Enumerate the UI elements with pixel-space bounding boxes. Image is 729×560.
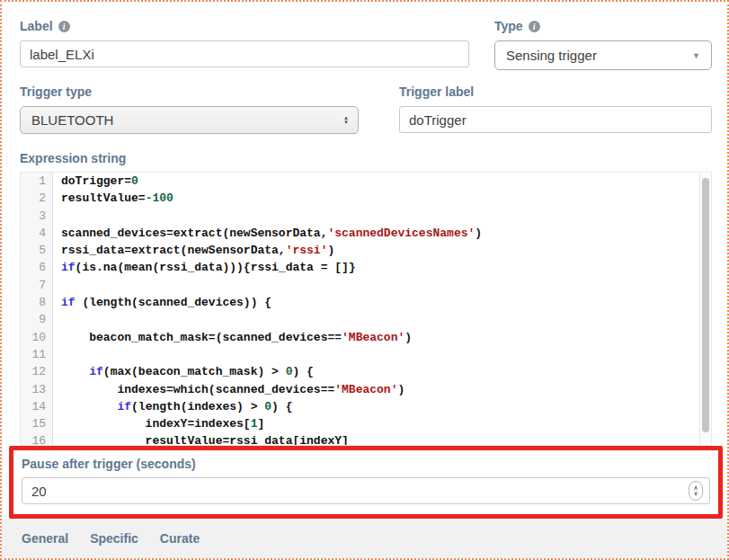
type-field-label-text: Type bbox=[494, 19, 523, 33]
code-text: if(is.na(mean(rssi_data))){rssi_data = [… bbox=[53, 259, 356, 276]
code-text: if(length(indexes) > 0) { bbox=[53, 398, 292, 415]
code-text: resultValue=-100 bbox=[53, 190, 173, 207]
line-number: 16 bbox=[21, 432, 53, 446]
code-line: 9 bbox=[21, 311, 711, 328]
info-icon[interactable]: i bbox=[58, 21, 70, 32]
code-line: 7 bbox=[21, 277, 711, 294]
info-icon[interactable]: i bbox=[529, 21, 540, 32]
line-number: 6 bbox=[21, 259, 53, 276]
code-line: 13 indexes=which(scanned_devices=='MBeac… bbox=[21, 381, 711, 398]
code-line: 4scanned_devices=extract(newSensorData,'… bbox=[21, 225, 711, 242]
code-line: 16 resultValue=rssi_data[indexY] bbox=[21, 432, 711, 446]
code-text: indexY=indexes[1] bbox=[53, 415, 264, 432]
expression-label: Expression string bbox=[20, 151, 712, 165]
code-line: 15 indexY=indexes[1] bbox=[21, 415, 711, 432]
line-number: 1 bbox=[21, 173, 53, 190]
type-field-label: Type i bbox=[494, 19, 712, 33]
line-number: 2 bbox=[21, 190, 53, 207]
code-line: 2resultValue=-100 bbox=[21, 190, 711, 207]
code-text bbox=[53, 208, 68, 225]
line-number: 10 bbox=[21, 329, 53, 346]
label-field-label: Label i bbox=[20, 19, 469, 33]
code-line: 5rssi_data=extract(newSensorData,'rssi') bbox=[21, 242, 711, 259]
line-number: 15 bbox=[21, 415, 53, 432]
expression-label-text: Expression string bbox=[20, 151, 126, 165]
pause-input-wrap: ∧ ∨ bbox=[22, 477, 710, 504]
label-input[interactable] bbox=[20, 40, 469, 67]
code-text bbox=[53, 277, 68, 294]
line-number: 8 bbox=[21, 294, 53, 311]
code-text: indexes=which(scanned_devices=='MBeacon'… bbox=[53, 381, 405, 398]
trigger-label-label-text: Trigger label bbox=[399, 84, 474, 99]
trigger-label-label: Trigger label bbox=[399, 84, 712, 99]
tab-curate[interactable]: Curate bbox=[160, 531, 200, 546]
line-number: 13 bbox=[21, 381, 53, 398]
code-line: 6if(is.na(mean(rssi_data))){rssi_data = … bbox=[21, 259, 711, 276]
type-field-group: Type i Sensing trigger ▼ bbox=[494, 19, 712, 70]
pause-field-label-text: Pause after trigger (seconds) bbox=[22, 457, 196, 471]
tab-specific[interactable]: Specific bbox=[90, 531, 138, 546]
line-number: 5 bbox=[21, 242, 53, 259]
trigger-type-select-value: BLUETOOTH bbox=[31, 112, 113, 128]
editor-scrollbar[interactable] bbox=[699, 173, 711, 444]
trigger-type-field-group: Trigger type BLUETOOTH ▲▼ bbox=[20, 84, 359, 134]
chevron-down-icon: ▼ bbox=[692, 51, 700, 60]
trigger-type-label: Trigger type bbox=[20, 84, 359, 99]
tab-general[interactable]: General bbox=[22, 531, 68, 546]
trigger-label-input[interactable] bbox=[399, 106, 712, 133]
label-field-label-text: Label bbox=[20, 19, 53, 33]
code-text: resultValue=rssi_data[indexY] bbox=[53, 432, 349, 446]
pause-input[interactable] bbox=[22, 477, 710, 504]
code-line: 12 if(max(beacon_match_mask) > 0) { bbox=[21, 363, 711, 380]
number-stepper[interactable]: ∧ ∨ bbox=[689, 481, 703, 501]
trigger-type-select[interactable]: BLUETOOTH ▲▼ bbox=[20, 106, 359, 134]
line-number: 4 bbox=[21, 225, 53, 242]
trigger-type-label-text: Trigger type bbox=[20, 84, 92, 99]
stepper-down-icon[interactable]: ∨ bbox=[693, 491, 698, 496]
code-text: scanned_devices=extract(newSensorData,'s… bbox=[53, 225, 482, 242]
footer-tabs: General Specific Curate bbox=[2, 519, 727, 558]
line-number: 11 bbox=[21, 346, 53, 363]
code-text: if (length(scanned_devices)) { bbox=[53, 294, 271, 311]
code-line: 8if (length(scanned_devices)) { bbox=[21, 294, 711, 311]
code-text bbox=[53, 346, 68, 363]
expression-section: Expression string 1doTrigger=02resultVal… bbox=[20, 151, 712, 446]
line-number: 3 bbox=[21, 208, 53, 225]
expression-editor[interactable]: 1doTrigger=02resultValue=-1003 4scanned_… bbox=[20, 172, 712, 446]
code-text bbox=[53, 311, 68, 328]
code-text: rssi_data=extract(newSensorData,'rssi') bbox=[53, 242, 334, 259]
pause-field-highlight: Pause after trigger (seconds) ∧ ∨ bbox=[9, 446, 723, 519]
code-text: if(max(beacon_match_mask) > 0) { bbox=[53, 363, 314, 380]
code-line: 14 if(length(indexes) > 0) { bbox=[21, 398, 711, 415]
form-panel: Label i Type i Sensing trigger ▼ Trigger… bbox=[2, 2, 727, 519]
editor-scrollbar-thumb[interactable] bbox=[702, 178, 709, 432]
line-number: 9 bbox=[21, 311, 53, 328]
code-line: 10 beacon_match_mask=(scanned_devices=='… bbox=[21, 329, 711, 346]
trigger-label-field-group: Trigger label bbox=[399, 84, 712, 134]
line-number: 12 bbox=[21, 363, 53, 380]
type-select[interactable]: Sensing trigger ▼ bbox=[494, 40, 712, 70]
updown-arrows-icon: ▲▼ bbox=[343, 116, 349, 125]
line-number: 7 bbox=[21, 277, 53, 294]
label-field-group: Label i bbox=[20, 19, 469, 70]
type-select-value: Sensing trigger bbox=[506, 48, 597, 63]
pause-field-label: Pause after trigger (seconds) bbox=[22, 457, 710, 471]
expression-editor-lines: 1doTrigger=02resultValue=-1003 4scanned_… bbox=[21, 173, 711, 446]
code-line: 1doTrigger=0 bbox=[21, 173, 711, 190]
code-line: 11 bbox=[21, 346, 711, 363]
code-text: doTrigger=0 bbox=[53, 173, 138, 190]
code-line: 3 bbox=[21, 208, 711, 225]
line-number: 14 bbox=[21, 398, 53, 415]
code-text: beacon_match_mask=(scanned_devices=='MBe… bbox=[53, 329, 412, 346]
